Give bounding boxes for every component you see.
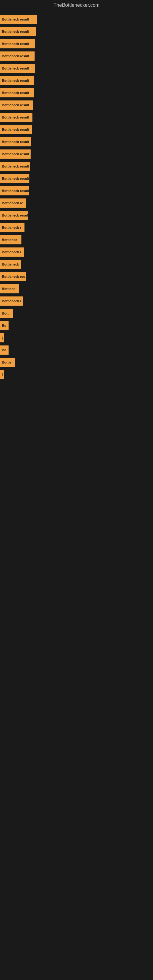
bar-label: Bottleneck bbox=[2, 262, 19, 266]
bar-label: Bottleneck r bbox=[2, 250, 21, 254]
bottleneck-bar: Bottleneck result bbox=[0, 186, 29, 196]
bottleneck-bar: | bbox=[0, 333, 4, 342]
bar-label: Bott bbox=[2, 312, 9, 315]
bar-label: Bottleneck result bbox=[2, 54, 29, 58]
bottleneck-bar: Bottleneck result bbox=[0, 125, 32, 134]
bottleneck-bar: Bottleneck result bbox=[0, 174, 29, 183]
bar-label: Bottleneck result bbox=[2, 164, 29, 168]
bar-row: Bottleneck result bbox=[0, 13, 153, 25]
bars-container: Bottleneck resultBottleneck resultBottle… bbox=[0, 10, 153, 384]
bar-row: Bottlene bbox=[0, 283, 153, 294]
bar-row: Bottlenec bbox=[0, 234, 153, 246]
bar-label: Bottleneck result bbox=[2, 177, 29, 180]
bar-row: Bottleneck result bbox=[0, 210, 153, 221]
bottleneck-bar: Bottle bbox=[0, 358, 15, 367]
bar-row: Bottleneck result bbox=[0, 75, 153, 86]
bottleneck-bar: Bottleneck result bbox=[0, 113, 32, 122]
bar-row: Bottleneck result bbox=[0, 99, 153, 111]
bar-row: Bottleneck result bbox=[0, 136, 153, 148]
bottleneck-bar: Bo bbox=[0, 321, 9, 330]
bar-row: Bottleneck result bbox=[0, 87, 153, 99]
bar-row: Bott bbox=[0, 307, 153, 319]
bar-label: Bottleneck result bbox=[2, 152, 29, 156]
bar-row: Bottleneck result bbox=[0, 26, 153, 37]
bar-row: Bottleneck result bbox=[0, 185, 153, 197]
bottleneck-bar: Bottlenec bbox=[0, 235, 21, 244]
bar-label: Bottleneck result bbox=[2, 18, 29, 21]
bar-row: Bottle bbox=[0, 356, 153, 368]
bottleneck-bar: Bottleneck result bbox=[0, 51, 35, 60]
bar-row: Bottleneck result bbox=[0, 50, 153, 62]
bar-label: Bottleneck re bbox=[2, 201, 23, 205]
bar-label: | bbox=[2, 373, 3, 376]
bar-row: Bottleneck result bbox=[0, 62, 153, 74]
bar-label: Bottleneck result bbox=[2, 128, 29, 131]
bar-label: Bottleneck result bbox=[2, 79, 29, 83]
bottleneck-bar: Bottleneck result bbox=[0, 150, 30, 159]
bar-label: Bottleneck result bbox=[2, 189, 29, 192]
bar-label: Bottleneck res bbox=[2, 275, 25, 278]
bar-label: Bottleneck result bbox=[2, 91, 29, 95]
bottleneck-bar: Bottleneck r bbox=[0, 296, 23, 305]
bar-label: Bottle bbox=[2, 360, 11, 364]
bar-row: Bottleneck res bbox=[0, 271, 153, 282]
bar-row: Bottleneck r bbox=[0, 295, 153, 307]
bar-label: Bottlene bbox=[2, 287, 15, 291]
bar-row: Bottleneck r bbox=[0, 246, 153, 258]
bar-label: Bottlenec bbox=[2, 238, 17, 242]
bar-row: Bottleneck result bbox=[0, 148, 153, 160]
bar-row: Bo bbox=[0, 344, 153, 356]
bar-label: | bbox=[2, 336, 3, 340]
bottleneck-bar: Bottleneck result bbox=[0, 27, 36, 36]
bar-label: Bottleneck result bbox=[2, 30, 29, 33]
bottleneck-bar: Bottleneck r bbox=[0, 223, 24, 232]
bottleneck-bar: Bottleneck bbox=[0, 260, 21, 269]
bar-row: Bo bbox=[0, 320, 153, 331]
bottleneck-bar: Bottleneck result bbox=[0, 64, 35, 73]
bottleneck-bar: Bottleneck result bbox=[0, 15, 37, 24]
bottleneck-bar: Bottlene bbox=[0, 284, 19, 293]
bar-label: Bottleneck result bbox=[2, 103, 29, 107]
bottleneck-bar: Bottleneck result bbox=[0, 211, 28, 220]
bottleneck-bar: Bottleneck result bbox=[0, 137, 31, 146]
bar-row: Bottleneck result bbox=[0, 173, 153, 185]
bar-label: Bottleneck result bbox=[2, 213, 28, 217]
bar-row: Bottleneck re bbox=[0, 197, 153, 209]
bar-row: Bottleneck result bbox=[0, 161, 153, 172]
bar-label: Bottleneck r bbox=[2, 226, 21, 229]
bar-row: | bbox=[0, 332, 153, 344]
bar-label: Bottleneck r bbox=[2, 299, 21, 303]
bar-row: Bottleneck r bbox=[0, 222, 153, 233]
bar-label: Bottleneck result bbox=[2, 42, 29, 46]
bar-row: Bottleneck result bbox=[0, 111, 153, 123]
bar-label: Bottleneck result bbox=[2, 115, 29, 119]
bottleneck-bar: Bottleneck result bbox=[0, 100, 33, 110]
bar-row: | bbox=[0, 369, 153, 380]
bottleneck-bar: Bottleneck re bbox=[0, 199, 26, 208]
bar-label: Bottleneck result bbox=[2, 140, 29, 144]
bar-row: Bottleneck bbox=[0, 258, 153, 270]
bottleneck-bar: Bottleneck result bbox=[0, 162, 30, 171]
bar-label: Bo bbox=[2, 324, 6, 328]
site-title: TheBottlenecker.com bbox=[0, 0, 153, 10]
bottleneck-bar: Bo bbox=[0, 345, 9, 355]
bottleneck-bar: | bbox=[0, 370, 4, 379]
bottleneck-bar: Bottleneck r bbox=[0, 247, 24, 257]
bar-label: Bo bbox=[2, 348, 6, 352]
bar-row: Bottleneck result bbox=[0, 38, 153, 49]
bottleneck-bar: Bottleneck result bbox=[0, 76, 34, 85]
bottleneck-bar: Bott bbox=[0, 309, 13, 318]
bottleneck-bar: Bottleneck res bbox=[0, 272, 26, 281]
bar-row: Bottleneck result bbox=[0, 124, 153, 135]
bottleneck-bar: Bottleneck result bbox=[0, 88, 33, 97]
bar-label: Bottleneck result bbox=[2, 67, 29, 70]
bottleneck-bar: Bottleneck result bbox=[0, 39, 35, 48]
